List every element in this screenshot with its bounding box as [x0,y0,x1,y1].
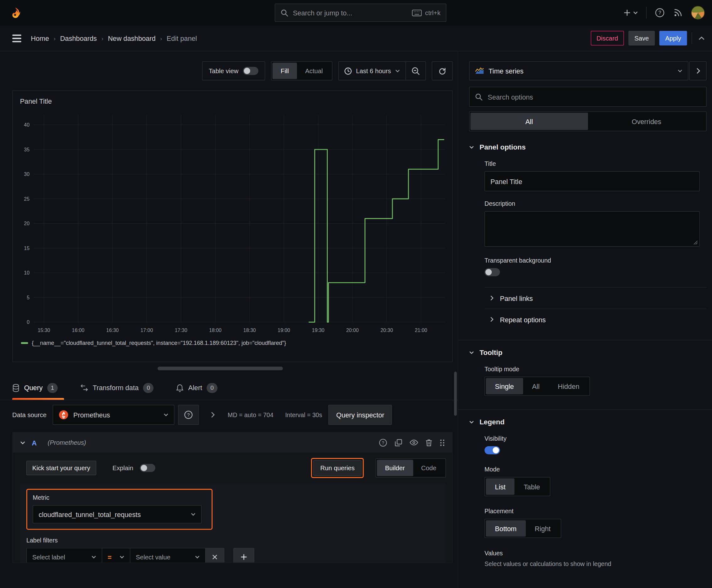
svg-text:19:00: 19:00 [278,328,290,333]
search-input[interactable] [292,8,408,17]
builder-code-segment: Builder Code [375,458,446,478]
builder-option[interactable]: Builder [377,460,413,476]
time-series-chart[interactable]: 051015202530354015:3016:0016:3017:0017:3… [18,110,448,336]
keyboard-shortcut: ctrl+k [412,9,440,16]
menu-toggle-button[interactable] [9,30,24,46]
panel-options-header[interactable]: Panel options [469,143,706,151]
svg-text:20:00: 20:00 [346,328,359,333]
datasource-help-button[interactable]: ? [178,405,199,425]
svg-text:15: 15 [24,246,29,251]
query-options-summary[interactable]: MD = auto = 704 Interval = 30s [228,412,322,418]
collapse-sidebar-button[interactable] [689,61,707,80]
breadcrumb-home[interactable]: Home [31,34,49,42]
panel-links-row[interactable]: Panel links [484,288,706,309]
tab-transform-data[interactable]: Transform data 0 [80,376,160,400]
legend-header[interactable]: Legend [469,418,706,426]
svg-text:30: 30 [24,171,29,177]
breadcrumb-separator: › [160,35,162,42]
breadcrumb-dashboards[interactable]: Dashboards [60,34,97,42]
resize-handle-icon[interactable] [693,240,698,245]
tooltip-all-option[interactable]: All [523,378,549,394]
explain-toggle[interactable] [140,464,155,472]
toggle-query-visibility-button[interactable] [410,439,418,446]
panel-options-heading: Panel options [479,143,525,151]
search-bar[interactable]: ctrl+k [275,4,447,22]
select-label-placeholder: Select label [33,553,87,561]
query-editor-card: A (Prometheus) ? [12,432,453,563]
grafana-logo[interactable] [7,4,24,21]
metric-select[interactable]: cloudflared_tunnel_total_requests [33,505,201,523]
placement-right-option[interactable]: Right [525,520,560,537]
expand-options-icon[interactable] [211,412,215,418]
save-button[interactable]: Save [628,31,655,45]
refresh-button[interactable] [432,61,453,80]
chevron-down-icon [164,413,169,417]
tab-query[interactable]: Query 1 [12,376,64,400]
user-avatar[interactable] [691,6,705,19]
table-view-toggle[interactable] [243,67,258,75]
tooltip-mode-label: Tooltip mode [484,365,706,373]
fill-option[interactable]: Fill [273,63,297,79]
repeat-options-row[interactable]: Repeat options [484,309,706,330]
legend-values-hint: Select values or calculations to show in… [484,561,706,568]
collapse-header-button[interactable] [698,36,705,40]
query-ref-id[interactable]: A [32,439,37,447]
code-option[interactable]: Code [413,460,445,476]
discard-button[interactable]: Discard [590,31,624,45]
tooltip-hidden-option[interactable]: Hidden [549,378,589,394]
operator-dropdown[interactable]: = [102,548,130,563]
legend-mode-table-option[interactable]: Table [515,478,549,495]
legend-mode-list-option[interactable]: List [486,478,515,495]
collapse-query-icon[interactable] [20,440,25,444]
query-row-header[interactable]: A (Prometheus) ? [13,433,452,453]
transparent-bg-toggle[interactable] [484,268,500,276]
datasource-picker[interactable]: Prometheus [53,405,175,425]
apply-button[interactable]: Apply [659,31,687,45]
tab-all[interactable]: All [471,113,588,130]
breadcrumb-new-dashboard[interactable]: New dashboard [108,34,156,42]
help-icon: ? [184,410,193,419]
panel-title-input[interactable] [484,171,700,191]
tooltip-header[interactable]: Tooltip [469,348,706,357]
time-series-viz-icon [475,67,484,75]
placement-bottom-option[interactable]: Bottom [486,520,526,537]
options-search-input[interactable] [487,92,701,101]
select-label-dropdown[interactable]: Select label [26,548,102,563]
actual-option[interactable]: Actual [297,63,331,79]
label-filter-row: Select label = [26,548,439,563]
description-textarea[interactable] [484,211,700,247]
add-filter-button[interactable] [233,548,254,563]
chevron-down-icon [633,11,638,15]
add-menu-button[interactable] [623,8,638,17]
duplicate-query-button[interactable] [395,439,403,447]
run-queries-button[interactable]: Run queries [314,460,362,476]
visibility-label: Visibility [484,435,706,442]
zoom-out-icon [411,67,420,75]
svg-text:25: 25 [24,196,29,202]
legend-visibility-toggle[interactable] [484,446,500,454]
select-value-dropdown[interactable]: Select value [130,548,205,563]
legend-item[interactable]: {__name__="cloudflared_tunnel_total_requ… [21,340,447,346]
drag-handle[interactable] [439,439,445,447]
close-icon [212,554,217,560]
vertical-scrollbar[interactable] [454,372,457,416]
remove-filter-button[interactable] [205,548,224,563]
datasource-label: Data source [12,411,46,418]
zoom-out-time-button[interactable] [406,62,426,80]
help-button[interactable]: ? [655,8,665,18]
delete-query-button[interactable] [425,439,432,447]
tab-alert[interactable]: Alert 0 [176,376,224,400]
tooltip-single-option[interactable]: Single [486,378,523,394]
datasource-name: Prometheus [73,411,159,419]
legend-mode-segment: List Table [484,477,550,496]
kick-start-query-button[interactable]: Kick start your query [26,461,96,475]
tab-overrides[interactable]: Overrides [588,113,705,130]
breadcrumb-separator: › [102,35,103,42]
options-search[interactable] [469,87,706,107]
news-button[interactable] [673,8,683,18]
query-inspector-button[interactable]: Query inspector [328,405,392,425]
visualization-picker[interactable]: Time series [469,61,688,80]
horizontal-scrollbar[interactable] [157,366,283,370]
time-range-picker[interactable]: Last 6 hours [339,67,406,75]
query-help-button[interactable]: ? [379,438,387,447]
